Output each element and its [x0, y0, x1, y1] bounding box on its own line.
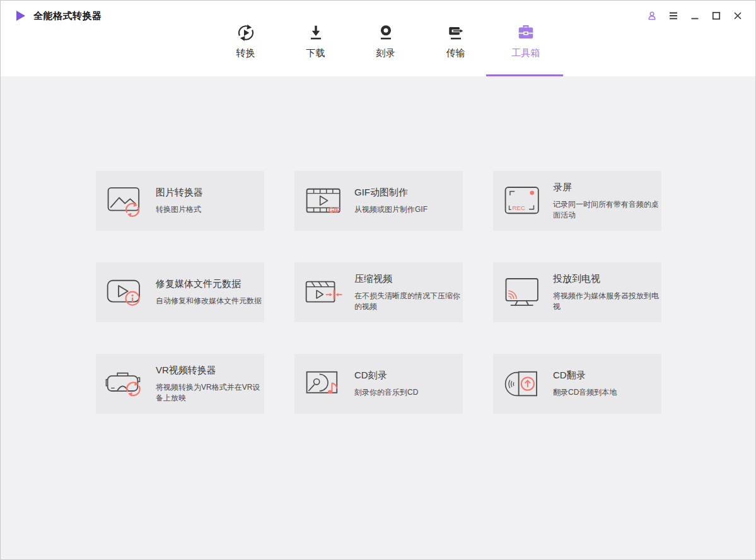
card-title: 图片转换器 — [156, 187, 263, 199]
card-title: GIF动图制作 — [354, 187, 462, 199]
card-desc: 在不损失清晰度的情况下压缩你的视频 — [354, 291, 462, 312]
app-logo-icon — [15, 9, 27, 22]
card-compress-video[interactable]: 压缩视频 在不损失清晰度的情况下压缩你的视频 — [294, 262, 463, 322]
card-fix-metadata[interactable]: 修复媒体文件元数据 自动修复和修改媒体文件元数据 — [96, 262, 264, 322]
window-controls — [646, 9, 744, 22]
card-cast-to-tv[interactable]: 投放到电视 将视频作为媒体服务器投放到电视 — [493, 262, 661, 322]
close-icon[interactable] — [731, 9, 744, 22]
card-desc: 自动修复和修改媒体文件元数据 — [156, 296, 263, 306]
main-nav: 转换 下载 刻录 — [211, 23, 561, 59]
tab-download[interactable]: 下载 — [281, 23, 351, 59]
card-desc: 记录同一时间所有带有音频的桌面活动 — [553, 199, 660, 221]
card-desc: 将视频作为媒体服务器投放到电视 — [553, 291, 660, 312]
vr-converter-icon — [105, 366, 147, 402]
tab-toolbox[interactable]: 工具箱 — [491, 23, 561, 59]
card-image-converter[interactable]: 图片转换器 转换图片格式 — [96, 171, 264, 231]
gif-label: GIF — [329, 206, 340, 214]
tab-label: 工具箱 — [511, 47, 540, 59]
transfer-icon — [446, 23, 465, 42]
tab-label: 传输 — [446, 47, 465, 59]
download-icon — [306, 23, 325, 42]
tab-label: 转换 — [236, 47, 255, 59]
card-desc: 将视频转换为VR格式并在VR设备上放映 — [156, 382, 263, 404]
card-title: CD翻录 — [553, 370, 660, 382]
fix-metadata-icon — [105, 275, 147, 310]
tab-burn[interactable]: 刻录 — [351, 23, 421, 59]
burn-icon — [376, 23, 395, 42]
card-title: 修复媒体文件元数据 — [156, 278, 263, 290]
app-title: 全能格式转换器 — [33, 10, 102, 22]
tab-label: 下载 — [306, 47, 325, 59]
card-desc: 翻录CD音频到本地 — [553, 387, 660, 398]
card-title: 压缩视频 — [354, 273, 462, 285]
cd-burn-icon — [304, 366, 346, 402]
toolbox-icon — [516, 23, 535, 42]
toolbox-grid: 图片转换器 转换图片格式 GIF GIF动图制作 从视频或图片制作GIF — [96, 171, 661, 414]
image-converter-icon — [105, 184, 147, 219]
card-screen-record[interactable]: REC 录屏 记录同一时间所有带有音频的桌面活动 — [493, 171, 661, 231]
card-cd-burn[interactable]: CD刻录 刻录你的音乐到CD — [294, 354, 463, 414]
compress-video-icon — [304, 275, 346, 310]
card-vr-converter[interactable]: VR视频转换器 将视频转换为VR格式并在VR设备上放映 — [96, 354, 264, 414]
app-window: 全能格式转换器 — [0, 0, 756, 560]
card-title: CD刻录 — [354, 370, 462, 382]
card-desc: 转换图片格式 — [156, 204, 263, 215]
convert-icon — [236, 23, 255, 42]
screen-record-icon: REC — [503, 184, 544, 219]
app-header: 全能格式转换器 — [1, 1, 755, 76]
minimize-icon[interactable] — [689, 9, 701, 22]
card-gif-maker[interactable]: GIF GIF动图制作 从视频或图片制作GIF — [294, 171, 463, 231]
active-tab-indicator — [486, 74, 563, 76]
card-cd-rip[interactable]: CD翻录 翻录CD音频到本地 — [493, 354, 661, 414]
cd-rip-icon — [503, 366, 544, 402]
user-icon[interactable] — [646, 9, 658, 22]
tab-transfer[interactable]: 传输 — [421, 23, 491, 59]
cast-to-tv-icon — [503, 275, 544, 310]
menu-icon[interactable] — [667, 9, 680, 22]
rec-label: REC — [513, 204, 525, 211]
card-desc: 从视频或图片制作GIF — [354, 204, 462, 215]
card-title: 投放到电视 — [553, 273, 660, 285]
card-title: VR视频转换器 — [156, 365, 263, 376]
tab-convert[interactable]: 转换 — [211, 23, 281, 59]
card-desc: 刻录你的音乐到CD — [354, 387, 462, 398]
maximize-icon[interactable] — [710, 9, 723, 22]
gif-maker-icon: GIF — [304, 184, 346, 219]
tab-label: 刻录 — [376, 47, 395, 59]
card-title: 录屏 — [553, 182, 660, 194]
